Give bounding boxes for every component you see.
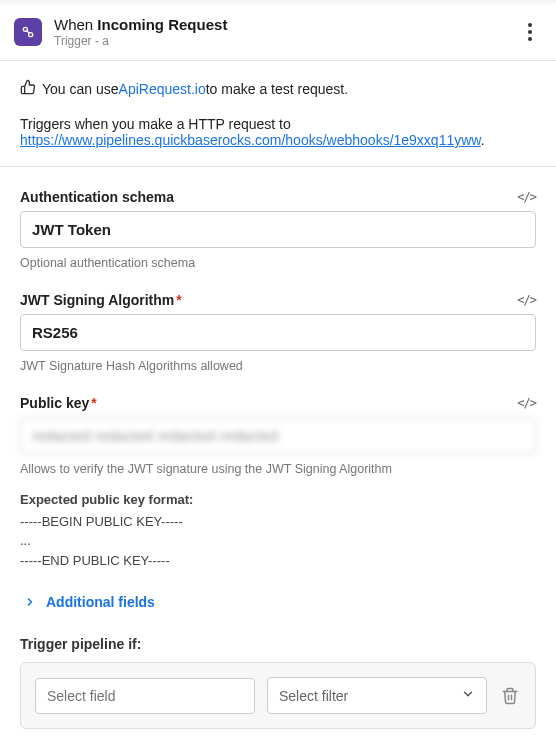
- trigger-description: Triggers when you make a HTTP request to: [20, 116, 291, 132]
- step-header: When Incoming Request Trigger - a: [0, 6, 556, 61]
- code-toggle-icon[interactable]: </>: [517, 396, 536, 410]
- webhook-url-link[interactable]: https://www.pipelines.quickbaserocks.com…: [20, 132, 481, 148]
- jwt-algo-label: JWT Signing Algorithm*: [20, 292, 182, 308]
- auth-schema-label: Authentication schema: [20, 189, 174, 205]
- code-toggle-icon[interactable]: </>: [517, 293, 536, 307]
- jwt-algo-help: JWT Signature Hash Algorithms allowed: [20, 359, 536, 373]
- code-toggle-icon[interactable]: </>: [517, 190, 536, 204]
- delete-condition-button[interactable]: [499, 685, 521, 707]
- public-key-label: Public key*: [20, 395, 97, 411]
- condition-filter-select[interactable]: Select filter: [267, 677, 487, 714]
- more-menu-button[interactable]: [518, 19, 542, 45]
- step-title: When Incoming Request: [54, 16, 518, 33]
- trigger-if-label: Trigger pipeline if:: [20, 636, 536, 652]
- auth-schema-help: Optional authentication schema: [20, 256, 536, 270]
- additional-fields-toggle[interactable]: Additional fields: [20, 594, 536, 610]
- intro-section: You can use ApiRequest.io to make a test…: [0, 61, 556, 167]
- intro-text-pre: You can use: [42, 81, 119, 97]
- step-subtitle: Trigger - a: [54, 34, 518, 48]
- api-request-link[interactable]: ApiRequest.io: [119, 81, 206, 97]
- condition-row: Select filter: [20, 662, 536, 729]
- public-key-input[interactable]: [20, 417, 536, 454]
- public-key-help: Allows to verify the JWT signature using…: [20, 462, 536, 476]
- webhook-icon: [14, 18, 42, 46]
- jwt-algo-input[interactable]: [20, 314, 536, 351]
- key-format-block: Expected public key format: -----BEGIN P…: [20, 490, 536, 570]
- chevron-down-icon: [461, 687, 475, 704]
- chevron-right-icon: [24, 596, 36, 608]
- thumbs-up-icon: [20, 79, 36, 98]
- condition-field-input[interactable]: [35, 678, 255, 714]
- intro-text-post: to make a test request.: [206, 81, 348, 97]
- auth-schema-input[interactable]: [20, 211, 536, 248]
